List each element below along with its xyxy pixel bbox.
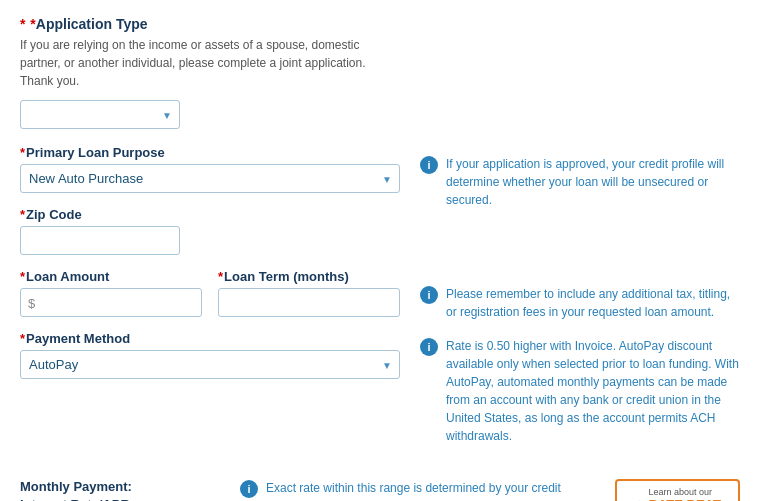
primary-loan-purpose-label: Primary Loan Purpose: [20, 145, 400, 160]
zip-code-group: Zip Code: [20, 207, 400, 255]
payment-method-select-wrapper: AutoPay Invoice ▼: [20, 350, 400, 379]
loan-amount-info-text: Please remember to include any additiona…: [446, 285, 740, 321]
payment-method-group: Payment Method AutoPay Invoice ▼: [20, 331, 400, 379]
primary-loan-purpose-group: Primary Loan Purpose New Auto Purchase U…: [20, 145, 400, 193]
application-type-title: *Application Type: [20, 16, 740, 32]
primary-loan-purpose-select-wrapper: New Auto Purchase Used Auto Purchase Ref…: [20, 164, 400, 193]
rate-beat-text-wrapper: Learn about our RATE BEAT PROGRAM ▶: [648, 487, 728, 501]
primary-loan-info-block: i If your application is approved, your …: [420, 155, 740, 209]
footer-left: Monthly Payment: Interest Rate/APR:: [20, 479, 220, 501]
payment-method-label: Payment Method: [20, 331, 400, 346]
footer-section: Monthly Payment: Interest Rate/APR: i Ex…: [20, 471, 740, 501]
loan-amount-label: Loan Amount: [20, 269, 202, 284]
payment-method-info-icon: i: [420, 338, 438, 356]
zip-code-input[interactable]: [20, 226, 180, 255]
loan-term-group: Loan Term (months): [218, 269, 400, 317]
application-type-select-wrapper: Individual Joint ▼: [20, 100, 180, 129]
rate-beat-box[interactable]: ✔ Learn about our RATE BEAT PROGRAM ▶: [615, 479, 740, 501]
footer-info-text: Exact rate within this range is determin…: [266, 479, 595, 501]
primary-loan-info-icon: i: [420, 156, 438, 174]
application-type-select[interactable]: Individual Joint: [20, 100, 180, 129]
left-column: Primary Loan Purpose New Auto Purchase U…: [20, 145, 400, 461]
loan-amount-input[interactable]: [20, 288, 202, 317]
monthly-payment-label: Monthly Payment:: [20, 479, 220, 494]
loan-amount-term-row: Loan Amount $ Loan Term (months): [20, 269, 400, 331]
loan-term-input[interactable]: [218, 288, 400, 317]
primary-loan-purpose-select[interactable]: New Auto Purchase Used Auto Purchase Ref…: [20, 164, 400, 193]
loan-amount-info-icon: i: [420, 286, 438, 304]
application-type-section: *Application Type If you are relying on …: [20, 16, 740, 145]
zip-code-label: Zip Code: [20, 207, 400, 222]
application-type-description: If you are relying on the income or asse…: [20, 36, 400, 90]
footer-center: i Exact rate within this range is determ…: [240, 479, 595, 501]
right-column: i If your application is approved, your …: [420, 145, 740, 461]
loan-amount-group: Loan Amount $: [20, 269, 202, 317]
payment-method-info-text: Rate is 0.50 higher with Invoice. AutoPa…: [446, 337, 740, 445]
rate-beat-box-container: ✔ Learn about our RATE BEAT PROGRAM ▶: [615, 479, 740, 501]
right-spacer: [420, 225, 740, 285]
interest-rate-label: Interest Rate/APR:: [20, 497, 220, 501]
dollar-icon: $: [28, 295, 35, 310]
payment-method-info-block: i Rate is 0.50 higher with Invoice. Auto…: [420, 337, 740, 445]
loan-term-label: Loan Term (months): [218, 269, 400, 284]
primary-loan-info-text: If your application is approved, your cr…: [446, 155, 740, 209]
main-layout: Primary Loan Purpose New Auto Purchase U…: [20, 145, 740, 461]
payment-method-select[interactable]: AutoPay Invoice: [20, 350, 400, 379]
footer-info-block: i Exact rate within this range is determ…: [240, 479, 595, 501]
rate-beat-checkmark-icon: ✔: [627, 496, 642, 501]
footer-info-icon: i: [240, 480, 258, 498]
loan-amount-input-wrapper: $: [20, 288, 202, 317]
loan-amount-info-block: i Please remember to include any additio…: [420, 285, 740, 321]
